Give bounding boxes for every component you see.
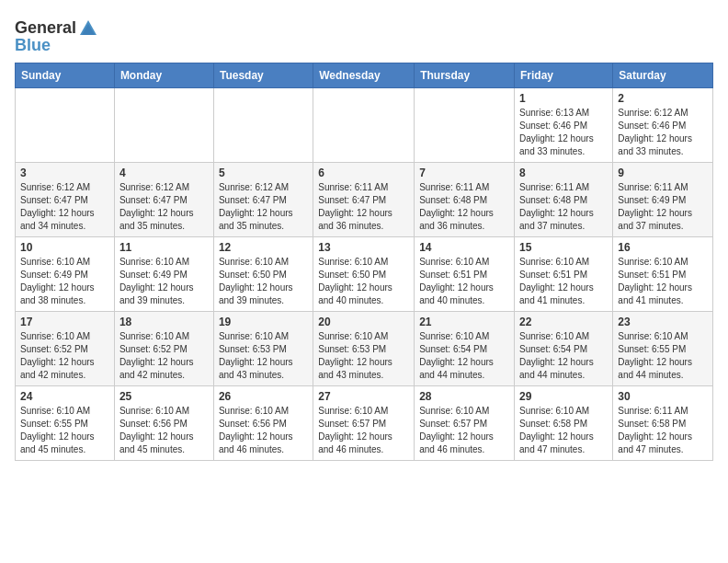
logo-blue: Blue <box>15 37 98 55</box>
day-info: Sunrise: 6:10 AM Sunset: 6:56 PM Dayligh… <box>119 405 209 456</box>
calendar-cell <box>114 87 213 162</box>
day-info: Sunrise: 6:10 AM Sunset: 6:49 PM Dayligh… <box>20 256 109 307</box>
day-info: Sunrise: 6:11 AM Sunset: 6:48 PM Dayligh… <box>419 181 509 233</box>
calendar-cell: 11Sunrise: 6:10 AM Sunset: 6:49 PM Dayli… <box>114 236 213 311</box>
day-info: Sunrise: 6:13 AM Sunset: 6:46 PM Dayligh… <box>519 107 608 158</box>
day-info: Sunrise: 6:10 AM Sunset: 6:53 PM Dayligh… <box>318 330 409 382</box>
calendar-cell: 21Sunrise: 6:10 AM Sunset: 6:54 PM Dayli… <box>415 311 515 385</box>
day-number: 1 <box>519 92 608 105</box>
day-info: Sunrise: 6:10 AM Sunset: 6:50 PM Dayligh… <box>318 256 409 307</box>
day-of-week-header: Friday <box>515 63 613 87</box>
calendar-cell: 1Sunrise: 6:13 AM Sunset: 6:46 PM Daylig… <box>515 87 613 162</box>
calendar-cell: 17Sunrise: 6:10 AM Sunset: 6:52 PM Dayli… <box>16 311 115 385</box>
day-info: Sunrise: 6:10 AM Sunset: 6:55 PM Dayligh… <box>618 330 708 382</box>
day-of-week-header: Sunday <box>16 63 115 87</box>
calendar-cell: 6Sunrise: 6:11 AM Sunset: 6:47 PM Daylig… <box>313 162 415 236</box>
day-info: Sunrise: 6:11 AM Sunset: 6:48 PM Dayligh… <box>519 181 608 233</box>
day-number: 17 <box>20 316 109 328</box>
day-of-week-header: Wednesday <box>313 63 415 87</box>
calendar-cell: 15Sunrise: 6:10 AM Sunset: 6:51 PM Dayli… <box>515 236 613 311</box>
day-number: 19 <box>219 316 308 328</box>
day-info: Sunrise: 6:10 AM Sunset: 6:57 PM Dayligh… <box>318 405 409 456</box>
day-info: Sunrise: 6:12 AM Sunset: 6:47 PM Dayligh… <box>219 181 308 233</box>
day-of-week-header: Saturday <box>613 63 713 87</box>
calendar-cell: 7Sunrise: 6:11 AM Sunset: 6:48 PM Daylig… <box>415 162 515 236</box>
day-number: 30 <box>618 390 708 403</box>
calendar-cell: 24Sunrise: 6:10 AM Sunset: 6:55 PM Dayli… <box>16 385 115 460</box>
calendar-cell: 2Sunrise: 6:12 AM Sunset: 6:46 PM Daylig… <box>613 87 713 162</box>
day-info: Sunrise: 6:11 AM Sunset: 6:47 PM Dayligh… <box>318 181 409 233</box>
day-info: Sunrise: 6:10 AM Sunset: 6:52 PM Dayligh… <box>20 330 109 382</box>
day-info: Sunrise: 6:10 AM Sunset: 6:51 PM Dayligh… <box>519 256 608 307</box>
day-number: 7 <box>419 167 509 179</box>
day-number: 9 <box>618 167 708 179</box>
calendar-cell: 19Sunrise: 6:10 AM Sunset: 6:53 PM Dayli… <box>213 311 313 385</box>
day-number: 29 <box>519 390 608 403</box>
day-number: 23 <box>618 316 708 328</box>
day-number: 27 <box>318 390 409 403</box>
calendar-cell: 5Sunrise: 6:12 AM Sunset: 6:47 PM Daylig… <box>213 162 313 236</box>
calendar-cell: 13Sunrise: 6:10 AM Sunset: 6:50 PM Dayli… <box>313 236 415 311</box>
day-info: Sunrise: 6:10 AM Sunset: 6:53 PM Dayligh… <box>219 330 308 382</box>
day-number: 3 <box>20 167 109 179</box>
logo-text: General Blue <box>15 18 98 55</box>
day-of-week-header: Thursday <box>415 63 515 87</box>
day-number: 6 <box>318 167 409 179</box>
day-number: 5 <box>219 167 308 179</box>
day-info: Sunrise: 6:10 AM Sunset: 6:51 PM Dayligh… <box>618 256 708 307</box>
calendar: SundayMondayTuesdayWednesdayThursdayFrid… <box>15 63 713 461</box>
logo: General Blue <box>15 18 98 55</box>
calendar-cell: 20Sunrise: 6:10 AM Sunset: 6:53 PM Dayli… <box>313 311 415 385</box>
day-number: 21 <box>419 316 509 328</box>
calendar-cell: 14Sunrise: 6:10 AM Sunset: 6:51 PM Dayli… <box>415 236 515 311</box>
calendar-cell: 28Sunrise: 6:10 AM Sunset: 6:57 PM Dayli… <box>415 385 515 460</box>
calendar-cell: 26Sunrise: 6:10 AM Sunset: 6:56 PM Dayli… <box>213 385 313 460</box>
day-info: Sunrise: 6:10 AM Sunset: 6:58 PM Dayligh… <box>519 405 608 456</box>
calendar-cell <box>313 87 415 162</box>
day-number: 22 <box>519 316 608 328</box>
day-number: 4 <box>119 167 209 179</box>
calendar-cell: 12Sunrise: 6:10 AM Sunset: 6:50 PM Dayli… <box>213 236 313 311</box>
day-info: Sunrise: 6:10 AM Sunset: 6:56 PM Dayligh… <box>219 405 308 456</box>
day-number: 2 <box>618 92 708 105</box>
day-info: Sunrise: 6:12 AM Sunset: 6:46 PM Dayligh… <box>618 107 708 158</box>
day-number: 24 <box>20 390 109 403</box>
day-number: 12 <box>219 241 308 254</box>
day-number: 20 <box>318 316 409 328</box>
calendar-cell: 18Sunrise: 6:10 AM Sunset: 6:52 PM Dayli… <box>114 311 213 385</box>
day-number: 14 <box>419 241 509 254</box>
page-header: General Blue <box>15 15 713 55</box>
day-number: 8 <box>519 167 608 179</box>
day-info: Sunrise: 6:10 AM Sunset: 6:54 PM Dayligh… <box>519 330 608 382</box>
calendar-cell <box>16 87 115 162</box>
day-number: 16 <box>618 241 708 254</box>
day-info: Sunrise: 6:10 AM Sunset: 6:57 PM Dayligh… <box>419 405 509 456</box>
day-info: Sunrise: 6:10 AM Sunset: 6:50 PM Dayligh… <box>219 256 308 307</box>
calendar-cell: 29Sunrise: 6:10 AM Sunset: 6:58 PM Dayli… <box>515 385 613 460</box>
day-info: Sunrise: 6:11 AM Sunset: 6:49 PM Dayligh… <box>618 181 708 233</box>
day-info: Sunrise: 6:10 AM Sunset: 6:49 PM Dayligh… <box>119 256 209 307</box>
day-number: 28 <box>419 390 509 403</box>
calendar-cell: 4Sunrise: 6:12 AM Sunset: 6:47 PM Daylig… <box>114 162 213 236</box>
day-number: 13 <box>318 241 409 254</box>
day-number: 15 <box>519 241 608 254</box>
calendar-cell: 22Sunrise: 6:10 AM Sunset: 6:54 PM Dayli… <box>515 311 613 385</box>
day-number: 10 <box>20 241 109 254</box>
day-number: 26 <box>219 390 308 403</box>
calendar-cell <box>213 87 313 162</box>
calendar-cell: 16Sunrise: 6:10 AM Sunset: 6:51 PM Dayli… <box>613 236 713 311</box>
day-number: 25 <box>119 390 209 403</box>
calendar-cell <box>415 87 515 162</box>
day-of-week-header: Tuesday <box>213 63 313 87</box>
day-info: Sunrise: 6:11 AM Sunset: 6:58 PM Dayligh… <box>618 405 708 456</box>
calendar-cell: 10Sunrise: 6:10 AM Sunset: 6:49 PM Dayli… <box>16 236 115 311</box>
day-info: Sunrise: 6:10 AM Sunset: 6:55 PM Dayligh… <box>20 405 109 456</box>
calendar-cell: 9Sunrise: 6:11 AM Sunset: 6:49 PM Daylig… <box>613 162 713 236</box>
day-info: Sunrise: 6:10 AM Sunset: 6:52 PM Dayligh… <box>119 330 209 382</box>
calendar-cell: 27Sunrise: 6:10 AM Sunset: 6:57 PM Dayli… <box>313 385 415 460</box>
day-info: Sunrise: 6:12 AM Sunset: 6:47 PM Dayligh… <box>119 181 209 233</box>
day-of-week-header: Monday <box>114 63 213 87</box>
day-number: 11 <box>119 241 209 254</box>
day-info: Sunrise: 6:10 AM Sunset: 6:51 PM Dayligh… <box>419 256 509 307</box>
calendar-cell: 3Sunrise: 6:12 AM Sunset: 6:47 PM Daylig… <box>16 162 115 236</box>
